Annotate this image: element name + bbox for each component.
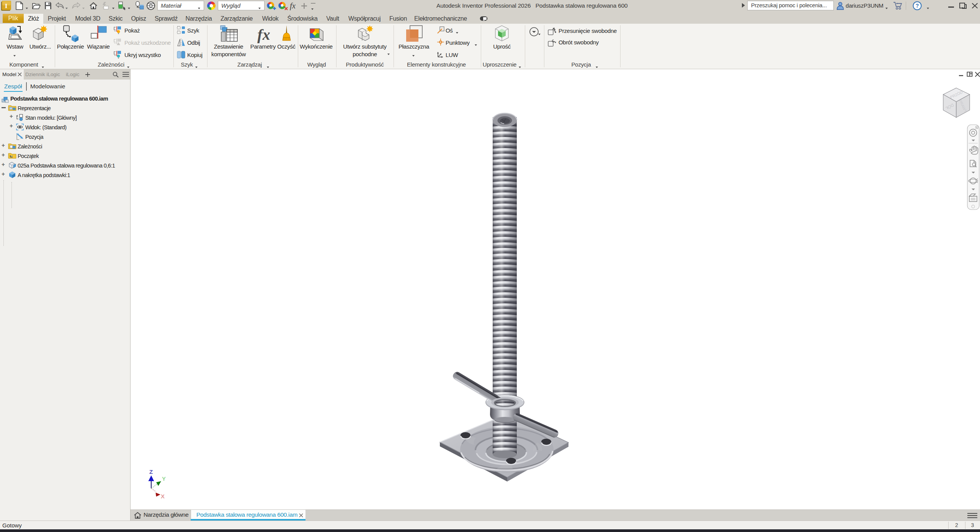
svg-text:Z: Z [149, 469, 153, 475]
svg-text:I: I [5, 2, 8, 10]
svg-text:Y: Y [162, 475, 166, 482]
svg-text:X: X [161, 493, 165, 499]
svg-text:?: ? [916, 3, 919, 9]
